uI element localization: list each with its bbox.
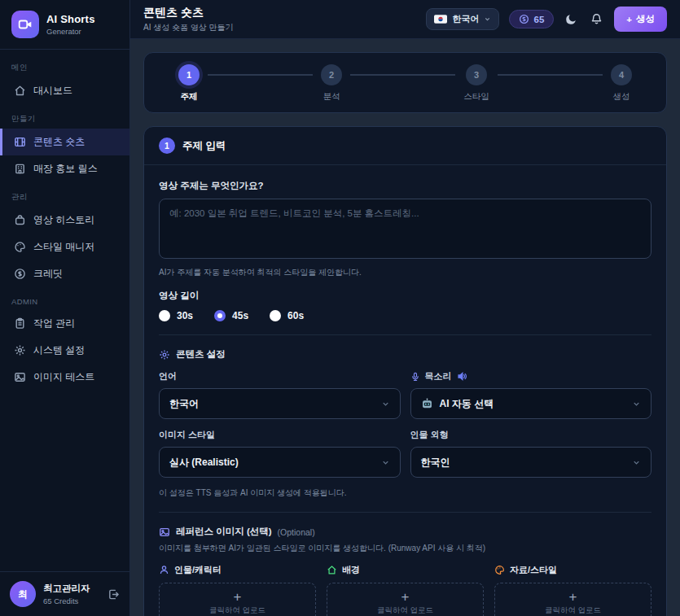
coin-icon bbox=[519, 14, 529, 24]
home-icon bbox=[327, 565, 337, 575]
sidebar-item-label: 작업 관리 bbox=[33, 317, 75, 330]
slot-label: 자료/스타일 bbox=[510, 564, 557, 576]
top-header: 콘텐츠 숏츠 AI 생성 숏폼 영상 만들기 한국어 65 + 생성 bbox=[130, 0, 680, 39]
plus-icon: + bbox=[626, 15, 632, 24]
topic-input[interactable] bbox=[159, 199, 651, 259]
reference-slot-style: 자료/스타일 + 클릭하여 업로드 프롬프트에서 @Style로 참조 bbox=[494, 564, 651, 616]
logout-icon[interactable] bbox=[107, 588, 120, 601]
film-icon bbox=[14, 136, 26, 148]
appearance-field-label: 인물 외형 bbox=[410, 429, 652, 441]
upload-subject-dropzone[interactable]: + 클릭하여 업로드 bbox=[159, 583, 316, 616]
avatar: 최 bbox=[10, 581, 36, 607]
step-number: 1 bbox=[178, 64, 200, 85]
chevron-down-icon bbox=[381, 458, 390, 467]
image-style-select[interactable]: 실사 (Realistic) bbox=[159, 447, 401, 478]
person-icon bbox=[159, 565, 169, 575]
chevron-down-icon bbox=[484, 15, 491, 23]
clipboard-icon bbox=[14, 317, 26, 330]
sidebar-item-style-manager[interactable]: 스타일 매니저 bbox=[0, 234, 129, 260]
sidebar-item-dashboard[interactable]: 대시보드 bbox=[0, 77, 129, 104]
notifications-bell-icon[interactable] bbox=[589, 11, 604, 27]
plus-icon: + bbox=[401, 590, 410, 604]
sidebar-item-label: 콘텐츠 숏츠 bbox=[33, 135, 85, 149]
page-title: 콘텐츠 숏츠 bbox=[143, 6, 234, 20]
step-connector bbox=[350, 74, 455, 76]
settings-help-text: 이 설정은 TTS 음성과 AI 이미지 생성에 적용됩니다. bbox=[159, 487, 651, 499]
chevron-down-icon bbox=[632, 458, 641, 467]
step-number: 2 bbox=[321, 64, 342, 85]
sidebar-item-label: 대시보드 bbox=[33, 84, 72, 98]
user-credits: 65 Credits bbox=[43, 596, 90, 605]
voice-select[interactable]: AI 자동 선택 bbox=[410, 388, 652, 419]
card-header: 1 주제 입력 bbox=[144, 127, 666, 165]
sidebar-item-content-shorts[interactable]: 콘텐츠 숏츠 bbox=[0, 129, 129, 155]
speaker-icon[interactable] bbox=[457, 371, 467, 382]
step-label: 생성 bbox=[613, 91, 630, 103]
storefront-icon bbox=[14, 163, 26, 175]
user-name: 최고관리자 bbox=[43, 583, 90, 595]
sidebar-item-label: 시스템 설정 bbox=[33, 343, 85, 357]
main-content: 1 주제 2 분석 3 스타일 4 생성 1 주제 입력 bbox=[130, 39, 680, 616]
length-label: 영상 길이 bbox=[159, 290, 651, 302]
sidebar-nav: 메인 대시보드 만들기 콘텐츠 숏츠 매장 홍보 릴스 관리 영상 히스토리 스… bbox=[0, 50, 129, 571]
appearance-select[interactable]: 한국인 bbox=[410, 447, 652, 478]
step-topic: 1 주제 bbox=[178, 64, 200, 103]
nav-section-manage: 관리 bbox=[0, 182, 129, 207]
reference-help-text: 이미지를 첨부하면 AI가 일관된 스타일로 이미지를 생성합니다. (Runw… bbox=[159, 543, 651, 554]
card-title: 주제 입력 bbox=[182, 139, 226, 153]
sidebar-item-label: 매장 홍보 릴스 bbox=[33, 162, 98, 176]
language-field-label: 언어 bbox=[159, 370, 401, 382]
nav-section-main: 메인 bbox=[0, 53, 129, 77]
sidebar-item-system-settings[interactable]: 시스템 설정 bbox=[0, 337, 129, 364]
voice-select-value: AI 자동 선택 bbox=[440, 397, 494, 411]
upload-hint: 클릭하여 업로드 bbox=[545, 605, 601, 616]
coin-icon bbox=[14, 268, 26, 280]
sidebar-item-video-history[interactable]: 영상 히스토리 bbox=[0, 207, 129, 234]
app-tagline: Generator bbox=[46, 27, 95, 36]
home-icon bbox=[14, 85, 26, 97]
content-settings-title: 콘텐츠 설정 bbox=[176, 348, 226, 360]
step-connector bbox=[498, 74, 603, 76]
radio-label: 60s bbox=[287, 310, 304, 321]
app-name: AI Shorts bbox=[46, 13, 95, 25]
image-style-select-value: 실사 (Realistic) bbox=[169, 456, 239, 470]
credits-badge[interactable]: 65 bbox=[509, 10, 554, 28]
upload-hint: 클릭하여 업로드 bbox=[377, 605, 433, 616]
sidebar-item-image-test[interactable]: 이미지 테스트 bbox=[0, 364, 129, 391]
credits-count: 65 bbox=[533, 15, 544, 24]
palette-icon bbox=[14, 241, 26, 253]
image-style-field-label: 이미지 스타일 bbox=[159, 429, 401, 441]
step-connector bbox=[208, 74, 313, 76]
plus-icon: + bbox=[234, 590, 242, 604]
progress-stepper: 1 주제 2 분석 3 스타일 4 생성 bbox=[143, 52, 667, 113]
sidebar-item-label: 이미지 테스트 bbox=[33, 370, 94, 384]
image-icon bbox=[14, 371, 26, 383]
plus-icon: + bbox=[569, 590, 577, 604]
language-select[interactable]: 한국어 bbox=[159, 388, 401, 419]
language-select-value: 한국어 bbox=[169, 397, 199, 411]
microphone-icon bbox=[410, 372, 420, 382]
radio-45s[interactable]: 45s bbox=[214, 310, 248, 321]
generate-label: 생성 bbox=[636, 13, 655, 25]
slot-label: 인물/캐릭터 bbox=[174, 564, 222, 576]
language-selector[interactable]: 한국어 bbox=[426, 8, 499, 30]
radio-icon bbox=[159, 310, 170, 321]
radio-label: 30s bbox=[177, 310, 193, 321]
dark-mode-toggle[interactable] bbox=[564, 11, 579, 27]
generate-button[interactable]: + 생성 bbox=[614, 7, 667, 32]
sidebar-item-job-management[interactable]: 작업 관리 bbox=[0, 310, 129, 337]
content-settings-header: 콘텐츠 설정 bbox=[159, 348, 651, 360]
step-number: 4 bbox=[611, 64, 632, 85]
radio-30s[interactable]: 30s bbox=[159, 310, 193, 321]
page-subtitle: AI 생성 숏폼 영상 만들기 bbox=[143, 22, 234, 33]
radio-60s[interactable]: 60s bbox=[270, 310, 304, 321]
divider bbox=[159, 512, 651, 513]
reference-title: 레퍼런스 이미지 (선택) bbox=[176, 526, 272, 538]
reference-header: 레퍼런스 이미지 (선택) (Optional) bbox=[159, 526, 651, 538]
radio-label: 45s bbox=[232, 310, 248, 321]
sidebar-item-credits[interactable]: 크레딧 bbox=[0, 260, 129, 287]
reference-slot-subject: 인물/캐릭터 + 클릭하여 업로드 프롬프트에서 @Subject로 참조 bbox=[159, 564, 316, 616]
sidebar-item-store-reels[interactable]: 매장 홍보 릴스 bbox=[0, 155, 129, 182]
upload-style-dropzone[interactable]: + 클릭하여 업로드 bbox=[494, 583, 651, 616]
upload-background-dropzone[interactable]: + 클릭하여 업로드 bbox=[327, 583, 484, 616]
